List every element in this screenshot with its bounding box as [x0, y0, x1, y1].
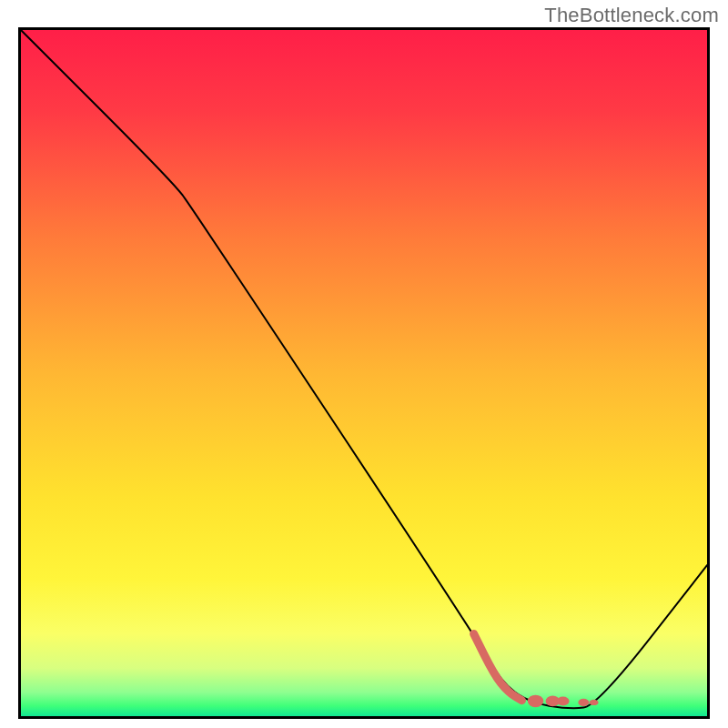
highlight-dot	[557, 696, 570, 705]
highlight-dot	[590, 700, 599, 705]
plot-frame	[18, 27, 710, 719]
highlight-dot	[528, 695, 543, 708]
attribution-label: TheBottleneck.com	[544, 4, 719, 27]
highlight-dot	[578, 699, 589, 706]
plot-svg	[21, 30, 707, 716]
chart-container: TheBottleneck.com	[0, 0, 728, 728]
